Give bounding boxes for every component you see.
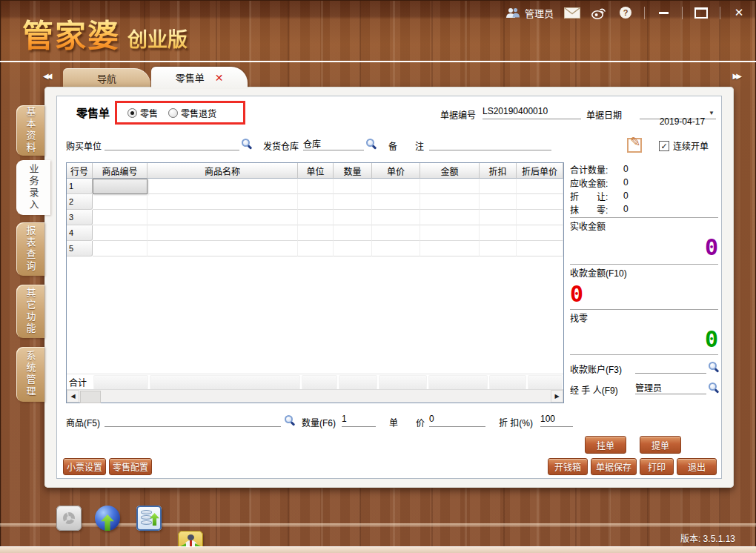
- payment-account-field[interactable]: [635, 360, 706, 374]
- row-number-cell[interactable]: 1: [67, 179, 93, 194]
- grid-cell[interactable]: [147, 179, 298, 194]
- grid-cell[interactable]: [420, 241, 480, 256]
- mail-button[interactable]: [564, 5, 580, 20]
- receive-amount-field[interactable]: 0: [570, 279, 718, 309]
- grid-cell[interactable]: [93, 194, 147, 210]
- grid-cell[interactable]: [420, 225, 480, 241]
- tab-close-icon[interactable]: ✕: [215, 72, 224, 84]
- buyer-search-icon[interactable]: [241, 139, 251, 149]
- horizontal-scrollbar[interactable]: ◀ ▶: [67, 389, 563, 403]
- row-number-cell[interactable]: 2: [67, 194, 93, 210]
- warehouse-field[interactable]: 仓库: [303, 137, 364, 150]
- grid-cell[interactable]: [334, 241, 372, 256]
- payment-account-search-icon[interactable]: [708, 362, 718, 372]
- ticket-settings-button[interactable]: 小票设置: [63, 458, 106, 475]
- exit-button[interactable]: 退出: [677, 458, 717, 475]
- grid-cell[interactable]: [517, 210, 563, 225]
- continuous-billing-option[interactable]: ✓ 连续开单: [659, 139, 709, 152]
- current-user[interactable]: 管理员: [505, 6, 554, 20]
- product-field[interactable]: [105, 414, 281, 427]
- table-row[interactable]: 1: [67, 179, 563, 194]
- grid-cell[interactable]: [480, 225, 517, 241]
- product-search-icon[interactable]: [284, 415, 294, 425]
- operator-field[interactable]: 管理员: [635, 381, 706, 394]
- buyer-field[interactable]: [105, 137, 239, 150]
- grid-cell[interactable]: [372, 225, 420, 241]
- discount-field[interactable]: 100: [540, 414, 573, 427]
- grid-cell[interactable]: [517, 194, 563, 210]
- radio-retail[interactable]: 零售: [127, 107, 158, 119]
- retail-config-button[interactable]: 零售配置: [109, 458, 152, 475]
- radio-retail-return[interactable]: 零售退货: [168, 107, 216, 119]
- grid-cell[interactable]: [298, 194, 334, 210]
- grid-cell[interactable]: [517, 179, 563, 194]
- grid-cell[interactable]: [147, 241, 298, 256]
- warehouse-search-icon[interactable]: [365, 139, 376, 149]
- grid-cell[interactable]: [372, 194, 420, 210]
- online-upgrade-globe-icon[interactable]: [95, 506, 120, 531]
- quantity-field[interactable]: 1: [342, 414, 376, 427]
- grid-cell[interactable]: [93, 241, 147, 256]
- tab-navigation[interactable]: 导航: [63, 68, 150, 88]
- grid-cell[interactable]: [298, 225, 334, 241]
- grid-cell[interactable]: [334, 179, 372, 194]
- doc-date-field[interactable]: 2019-04-17 ▼: [640, 106, 716, 119]
- grid-cell[interactable]: [420, 194, 480, 210]
- open-cash-drawer-button[interactable]: 开钱箱: [548, 458, 588, 475]
- grid-cell[interactable]: [147, 210, 298, 225]
- chevron-down-icon[interactable]: ▼: [709, 110, 714, 116]
- minimize-button[interactable]: [655, 5, 672, 20]
- table-row[interactable]: 3: [67, 210, 563, 225]
- grid-cell[interactable]: [480, 179, 517, 194]
- grid-cell[interactable]: [517, 241, 563, 256]
- row-number-cell[interactable]: 5: [67, 241, 93, 256]
- grid-cell[interactable]: [420, 179, 480, 194]
- hang-order-button[interactable]: 挂单: [585, 436, 626, 454]
- sidebar-item-business-entry[interactable]: 业务录入: [16, 160, 50, 215]
- grid-cell[interactable]: [298, 179, 334, 194]
- edit-icon[interactable]: [627, 138, 642, 153]
- grid-cell[interactable]: [147, 194, 298, 210]
- weibo-button[interactable]: [591, 5, 607, 20]
- grid-cell[interactable]: [480, 210, 517, 225]
- sidebar-item-basic-data[interactable]: 基本资料: [16, 105, 44, 156]
- tab-scroll-left-button[interactable]: ◀◀: [43, 72, 50, 80]
- row-number-cell[interactable]: 3: [67, 210, 93, 225]
- sidebar-item-other-functions[interactable]: 其它功能: [16, 285, 44, 338]
- tab-scroll-right-button[interactable]: ▶▶: [733, 72, 740, 80]
- tab-retail-order[interactable]: 零售单 ✕: [151, 67, 248, 88]
- table-row[interactable]: 5: [67, 241, 563, 256]
- sidebar-item-report-query[interactable]: 报表查询: [16, 222, 44, 276]
- grid-cell[interactable]: [93, 225, 147, 241]
- table-row[interactable]: 4: [67, 225, 563, 241]
- grid-cell[interactable]: [480, 241, 517, 256]
- grid-cell[interactable]: [517, 225, 563, 241]
- grid-cell[interactable]: [372, 241, 420, 256]
- save-document-button[interactable]: 单据保存: [591, 458, 637, 475]
- scroll-left-icon[interactable]: ◀: [67, 390, 79, 403]
- grid-cell[interactable]: [93, 210, 147, 225]
- grid-cell[interactable]: [334, 194, 372, 210]
- doc-no-field[interactable]: LS20190400010: [483, 106, 581, 119]
- remark-field[interactable]: [429, 137, 551, 150]
- table-row[interactable]: 2: [67, 194, 563, 210]
- settings-gear-icon[interactable]: [56, 506, 82, 531]
- maximize-button[interactable]: [693, 5, 709, 20]
- selected-cell[interactable]: [93, 179, 147, 194]
- row-number-cell[interactable]: 4: [67, 225, 93, 241]
- data-backup-icon[interactable]: [136, 506, 162, 531]
- grid-cell[interactable]: [298, 210, 334, 225]
- scrollbar-thumb[interactable]: [80, 391, 101, 403]
- grid-cell[interactable]: [334, 225, 372, 241]
- operator-search-icon[interactable]: [708, 383, 718, 393]
- scroll-right-icon[interactable]: ▶: [551, 390, 563, 403]
- grid-cell[interactable]: [420, 210, 480, 225]
- checkbox-icon[interactable]: ✓: [659, 141, 669, 151]
- print-button[interactable]: 打印: [640, 458, 674, 475]
- grid-cell[interactable]: [372, 179, 420, 194]
- grid-cell[interactable]: [298, 241, 334, 256]
- grid-cell[interactable]: [480, 194, 517, 210]
- grid-cell[interactable]: [147, 225, 298, 241]
- sidebar-item-system-management[interactable]: 系统管理: [16, 347, 44, 402]
- grid-cell[interactable]: [334, 210, 372, 225]
